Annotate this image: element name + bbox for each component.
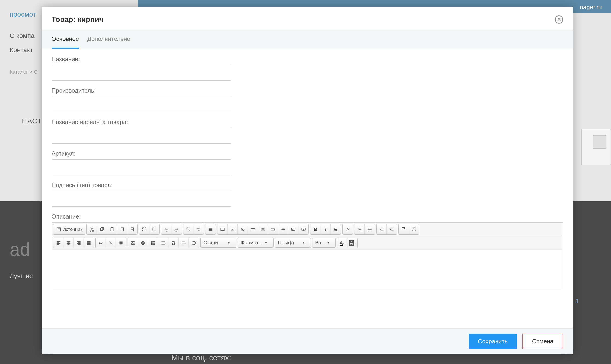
svg-rect-5 bbox=[111, 227, 113, 228]
input-caption[interactable] bbox=[52, 191, 231, 207]
editor-textarea[interactable] bbox=[52, 250, 563, 289]
textarea-button[interactable] bbox=[258, 224, 268, 234]
save-button[interactable]: Сохранить bbox=[469, 334, 517, 349]
tab-main[interactable]: Основное bbox=[52, 30, 79, 49]
find-button[interactable] bbox=[183, 224, 193, 234]
iframe-button[interactable] bbox=[189, 238, 199, 248]
pagebreak-button[interactable] bbox=[178, 238, 189, 248]
hr-icon bbox=[161, 240, 166, 246]
paste-word-icon: W bbox=[130, 227, 135, 232]
strike-button[interactable]: S bbox=[331, 224, 341, 234]
label-article: Артикул: bbox=[52, 150, 563, 157]
modal-overlay: Товар: кирпич ✕ Основное Дополнительно Н… bbox=[0, 0, 611, 364]
indent-button[interactable] bbox=[387, 224, 397, 234]
cancel-button[interactable]: Отмена bbox=[522, 334, 563, 349]
div-button[interactable]: DIV</> bbox=[409, 224, 419, 234]
hidden-field-button[interactable] bbox=[298, 224, 309, 234]
styles-select[interactable]: Стили bbox=[200, 238, 236, 248]
bullet-list-button[interactable] bbox=[365, 224, 375, 234]
select-button[interactable] bbox=[268, 224, 278, 234]
image-button-icon bbox=[291, 227, 296, 232]
input-variant[interactable] bbox=[52, 128, 231, 144]
image-button-button[interactable] bbox=[288, 224, 298, 234]
flash-button[interactable] bbox=[138, 238, 148, 248]
table-icon bbox=[151, 240, 156, 246]
anchor-icon bbox=[119, 240, 123, 246]
anchor-button[interactable] bbox=[116, 238, 126, 248]
svg-rect-22 bbox=[281, 229, 285, 230]
maximize-icon bbox=[142, 227, 147, 232]
input-name[interactable] bbox=[52, 65, 231, 81]
text-color-button[interactable]: A▾ bbox=[337, 238, 347, 248]
modal-body: Название: Производитель: Название вариан… bbox=[42, 49, 573, 328]
align-center-button[interactable] bbox=[64, 238, 74, 248]
redo-button[interactable] bbox=[171, 224, 181, 234]
bold-button[interactable]: B bbox=[310, 224, 320, 234]
textfield-button[interactable] bbox=[248, 224, 258, 234]
select-all-button[interactable] bbox=[205, 224, 216, 234]
numbered-list-button[interactable]: 12 bbox=[354, 224, 365, 234]
svg-point-28 bbox=[368, 228, 368, 228]
checkbox-button[interactable] bbox=[228, 224, 238, 234]
svg-point-24 bbox=[292, 229, 293, 230]
paste-word-button[interactable]: W bbox=[127, 224, 137, 234]
copy-button[interactable] bbox=[97, 224, 107, 234]
outdent-button[interactable] bbox=[377, 224, 387, 234]
align-right-button[interactable] bbox=[74, 238, 84, 248]
blockquote-button[interactable]: ❞ bbox=[399, 224, 409, 234]
maximize-button[interactable] bbox=[139, 224, 149, 234]
size-select[interactable]: Ра... bbox=[312, 238, 336, 248]
svg-rect-14 bbox=[209, 230, 212, 231]
radio-button[interactable] bbox=[238, 224, 248, 234]
blocks-icon bbox=[152, 227, 157, 232]
image-button[interactable] bbox=[128, 238, 138, 248]
button-icon bbox=[281, 227, 286, 232]
source-button[interactable]: Источник bbox=[53, 224, 85, 234]
remove-format-button[interactable]: Ix bbox=[342, 224, 353, 234]
special-char-button[interactable]: Ω bbox=[168, 238, 178, 248]
textfield-icon bbox=[250, 227, 255, 232]
replace-button[interactable] bbox=[193, 224, 204, 234]
font-label: Шрифт bbox=[278, 240, 295, 246]
editor-toolbar-row2: Ω Стили Формат... Шрифт Ра... A▾ A▾ bbox=[52, 236, 563, 250]
close-button[interactable]: ✕ bbox=[555, 15, 563, 24]
svg-rect-13 bbox=[209, 229, 212, 230]
svg-rect-19 bbox=[251, 229, 255, 230]
button-widget-button[interactable] bbox=[278, 224, 288, 234]
italic-button[interactable]: I bbox=[320, 224, 331, 234]
bg-color-button[interactable]: A▾ bbox=[347, 238, 357, 248]
paste-text-button[interactable]: T bbox=[117, 224, 127, 234]
link-button[interactable] bbox=[96, 238, 106, 248]
table-button[interactable] bbox=[148, 238, 158, 248]
outdent-icon bbox=[379, 227, 384, 232]
show-blocks-button[interactable] bbox=[149, 224, 159, 234]
indent-icon bbox=[389, 227, 394, 232]
format-select[interactable]: Формат... bbox=[238, 238, 273, 248]
font-select[interactable]: Шрифт bbox=[275, 238, 311, 248]
tab-extra[interactable]: Дополнительно bbox=[87, 30, 130, 49]
iframe-icon bbox=[191, 240, 196, 246]
svg-rect-23 bbox=[291, 228, 295, 231]
input-article[interactable] bbox=[52, 159, 231, 175]
undo-button[interactable] bbox=[161, 224, 171, 234]
svg-point-18 bbox=[242, 229, 243, 230]
hr-button[interactable] bbox=[158, 238, 168, 248]
flash-icon bbox=[141, 240, 146, 246]
svg-rect-34 bbox=[151, 241, 155, 244]
svg-rect-12 bbox=[209, 228, 212, 228]
select-icon bbox=[271, 227, 276, 232]
unlink-button[interactable] bbox=[106, 238, 116, 248]
cut-button[interactable] bbox=[87, 224, 97, 234]
close-icon: ✕ bbox=[557, 16, 561, 23]
source-icon bbox=[56, 227, 61, 232]
align-left-button[interactable] bbox=[53, 238, 64, 248]
ul-icon bbox=[367, 227, 372, 232]
paste-button[interactable] bbox=[107, 224, 117, 234]
format-label: Формат... bbox=[241, 240, 262, 246]
undo-icon bbox=[164, 227, 169, 232]
input-manufacturer[interactable] bbox=[52, 96, 231, 112]
form-button[interactable] bbox=[217, 224, 228, 234]
checkbox-icon bbox=[230, 227, 235, 232]
find-icon bbox=[186, 227, 191, 232]
align-justify-button[interactable] bbox=[84, 238, 94, 248]
